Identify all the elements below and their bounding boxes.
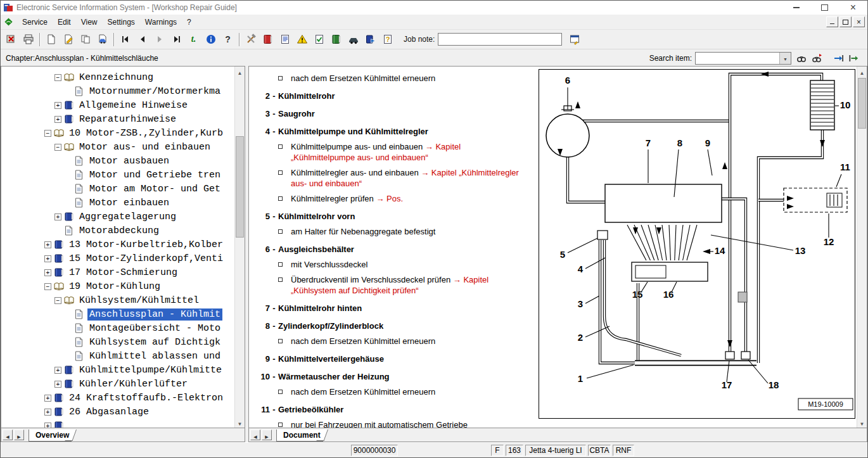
warnings-button[interactable] bbox=[293, 31, 310, 48]
document-help-button[interactable]: ? bbox=[379, 31, 396, 48]
edit-document-button[interactable] bbox=[60, 31, 77, 48]
minimize-button[interactable] bbox=[782, 1, 810, 15]
tree-scrollbar[interactable] bbox=[234, 67, 245, 428]
mdi-minimize-button[interactable] bbox=[826, 16, 838, 27]
tree-item[interactable]: Motor und Getriebe tren bbox=[1, 168, 234, 182]
print-button[interactable] bbox=[20, 31, 37, 48]
tab-scroll-left-button[interactable] bbox=[3, 429, 13, 440]
tree-item[interactable]: 17 Motor-Schmierung bbox=[1, 265, 234, 279]
tree-item[interactable]: 26 Abgasanlage bbox=[1, 405, 234, 419]
tools-button[interactable] bbox=[242, 31, 259, 48]
scrollbar-thumb[interactable] bbox=[236, 136, 244, 238]
tree-item[interactable]: Kühlmittelpumpe/Kühlmitte bbox=[1, 363, 234, 377]
checklist-button[interactable] bbox=[310, 31, 328, 48]
tree-item[interactable]: Kühlsystem auf Dichtigk bbox=[1, 335, 234, 349]
help-button[interactable]: ? bbox=[219, 31, 236, 48]
scroll-down-button[interactable] bbox=[857, 417, 867, 428]
repair-manual-button[interactable] bbox=[259, 31, 276, 48]
expand-plus-icon[interactable] bbox=[44, 241, 51, 248]
text-view-button[interactable] bbox=[276, 31, 293, 48]
properties-button[interactable] bbox=[566, 31, 583, 48]
search-item-combo[interactable] bbox=[695, 52, 791, 65]
tab-scroll-left-button[interactable] bbox=[250, 429, 260, 440]
tree-item[interactable]: Kühler/Kühlerlüfter bbox=[1, 377, 234, 391]
expand-plus-icon[interactable] bbox=[54, 381, 61, 388]
tree-item[interactable]: Kennzeichnung bbox=[1, 70, 234, 84]
tree-item[interactable]: 13 Motor-Kurbeltrieb,Kolber bbox=[1, 238, 234, 251]
tree-item[interactable]: Kühlmittel ablassen und bbox=[1, 349, 234, 363]
vehicle-document-button[interactable] bbox=[94, 31, 111, 48]
new-document-button[interactable] bbox=[42, 31, 60, 48]
tree-item[interactable]: 19 Motor-Kühlung bbox=[1, 279, 234, 293]
collapse-minus-icon[interactable] bbox=[54, 297, 61, 304]
expand-plus-icon[interactable] bbox=[54, 213, 61, 220]
tree-item[interactable]: Montageübersicht - Moto bbox=[1, 321, 234, 335]
mdi-restore-button[interactable] bbox=[839, 16, 852, 27]
scrollbar-thumb[interactable] bbox=[858, 78, 866, 129]
expand-plus-icon[interactable] bbox=[54, 102, 61, 109]
copy-document-button[interactable] bbox=[77, 31, 94, 48]
mdi-close-button[interactable] bbox=[853, 16, 865, 27]
search-input[interactable] bbox=[696, 53, 779, 64]
vehicle-button[interactable] bbox=[345, 31, 362, 48]
menu-item-warnings[interactable]: Warnings bbox=[140, 15, 182, 29]
tree-item[interactable]: 24 Kraftstoffaufb.-Elektron bbox=[1, 391, 234, 405]
menu-item-service[interactable]: Service bbox=[17, 15, 53, 29]
tree-item[interactable]: Motor aus- und einbauen bbox=[1, 140, 234, 154]
close-button[interactable] bbox=[839, 1, 867, 15]
tree-item[interactable]: Motorabdeckung bbox=[1, 224, 234, 238]
expand-plus-icon[interactable] bbox=[54, 116, 61, 123]
find-previous-button[interactable] bbox=[809, 51, 824, 65]
search-dropdown-button[interactable] bbox=[779, 53, 791, 64]
tree-item[interactable]: Anschlussplan - Kühlmit bbox=[1, 307, 234, 321]
history-t-button[interactable]: t. bbox=[185, 31, 202, 48]
doc-link[interactable]: → Pos. bbox=[376, 194, 403, 203]
collapse-minus-icon[interactable] bbox=[44, 130, 51, 137]
nav-previous-button[interactable] bbox=[134, 31, 151, 48]
takeover-search-term-button[interactable] bbox=[846, 51, 861, 65]
service-book-button[interactable] bbox=[328, 31, 345, 48]
scroll-up-button[interactable] bbox=[857, 67, 867, 77]
tab-document[interactable]: Document bbox=[276, 429, 323, 442]
job-note-input[interactable] bbox=[438, 33, 562, 46]
maximize-button[interactable] bbox=[810, 1, 839, 15]
info-button[interactable] bbox=[202, 31, 219, 48]
expand-plus-icon[interactable] bbox=[44, 255, 51, 262]
collapse-minus-icon[interactable] bbox=[54, 144, 61, 151]
tab-scroll-right-button[interactable] bbox=[14, 429, 24, 440]
scroll-down-button[interactable] bbox=[235, 417, 245, 428]
expand-plus-icon[interactable] bbox=[44, 269, 51, 276]
insert-search-term-button[interactable] bbox=[831, 51, 846, 65]
tree-item[interactable]: Allgemeine Hinweise bbox=[1, 98, 234, 112]
nav-last-button[interactable] bbox=[168, 31, 185, 48]
menu-item-settings[interactable]: Settings bbox=[103, 15, 140, 29]
tab-scroll-right-button[interactable] bbox=[262, 429, 272, 440]
tree-item[interactable] bbox=[1, 419, 234, 428]
tree-item[interactable]: 15 Motor-Zylinderkopf,Venti bbox=[1, 251, 234, 265]
tree-item[interactable]: Reparaturhinweise bbox=[1, 112, 234, 126]
find-next-button[interactable] bbox=[794, 51, 809, 65]
nav-next-button[interactable] bbox=[151, 31, 168, 48]
menu-item-view[interactable]: View bbox=[76, 15, 103, 29]
tab-overview[interactable]: Overview bbox=[29, 429, 72, 442]
menu-item-edit[interactable]: Edit bbox=[53, 15, 76, 29]
expand-plus-icon[interactable] bbox=[44, 423, 51, 428]
tree-item[interactable]: 10 Motor-ZSB.,Zylinder,Kurb bbox=[1, 126, 234, 140]
book-go-button[interactable] bbox=[362, 31, 379, 48]
tree-item[interactable]: Aggregatelagerung bbox=[1, 210, 234, 224]
expand-plus-icon[interactable] bbox=[44, 395, 51, 402]
exit-button[interactable] bbox=[3, 31, 20, 48]
tree-item[interactable]: Motor am Motor- und Get bbox=[1, 182, 234, 196]
tree-item[interactable]: Motornummer/Motormerkma bbox=[1, 84, 234, 98]
document-scrollbar[interactable] bbox=[857, 67, 867, 428]
tree-item[interactable]: Motor einbauen bbox=[1, 196, 234, 210]
tree-item[interactable]: Motor ausbauen bbox=[1, 154, 234, 168]
menu-item-help[interactable]: ? bbox=[182, 15, 196, 29]
scroll-up-button[interactable] bbox=[235, 67, 245, 77]
nav-first-button[interactable] bbox=[117, 31, 134, 48]
expand-plus-icon[interactable] bbox=[54, 367, 61, 374]
expand-plus-icon[interactable] bbox=[44, 409, 51, 416]
collapse-minus-icon[interactable] bbox=[44, 283, 51, 290]
collapse-minus-icon[interactable] bbox=[54, 74, 61, 81]
tree-item[interactable]: Kühlsystem/Kühlmittel bbox=[1, 293, 234, 307]
